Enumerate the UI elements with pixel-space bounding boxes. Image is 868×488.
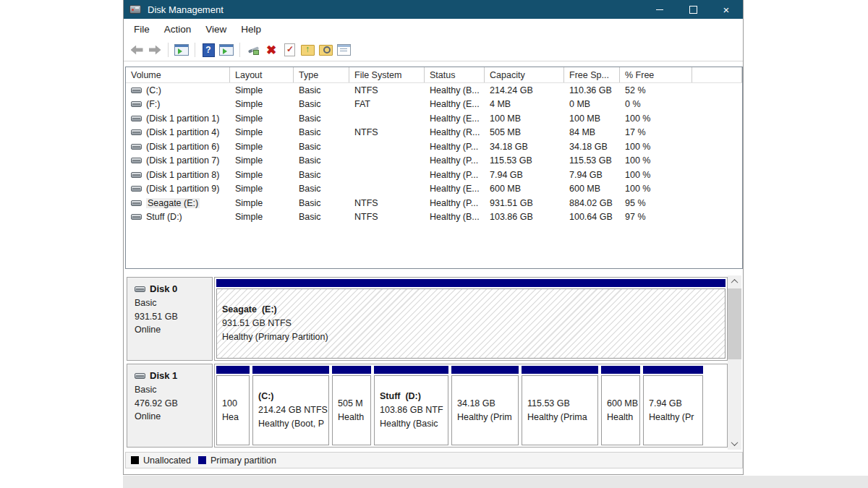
partition[interactable]: 7.94 GB Healthy (Pr — [643, 366, 703, 445]
volume-cell: Healthy (P... — [425, 170, 485, 180]
volume-cell: Healthy (P... — [425, 155, 485, 166]
forward-arrow[interactable] — [147, 42, 163, 58]
volume-cell: Basic — [294, 127, 349, 137]
volume-cell: Simple — [230, 198, 294, 208]
close-button[interactable]: × — [710, 0, 743, 19]
volume-cell: NTFS — [349, 85, 425, 95]
volume-row[interactable]: Stuff (D:)SimpleBasicNTFSHealthy (B...10… — [126, 210, 742, 225]
volume-cell: 52 % — [620, 85, 692, 95]
volume-row[interactable]: (C:)SimpleBasicNTFSHealthy (B...214.24 G… — [126, 83, 742, 98]
menu-view[interactable]: View — [198, 24, 234, 35]
volume-cell: 97 % — [620, 212, 692, 222]
scroll-down-button[interactable] — [728, 437, 741, 450]
menu-help[interactable]: Help — [234, 24, 268, 35]
disk-icon — [135, 373, 145, 379]
help-icon[interactable] — [200, 42, 216, 58]
partition-size: 34.18 GB — [457, 397, 518, 411]
volume-cell: Healthy (E... — [425, 184, 485, 194]
volume-cell: Basic — [294, 155, 349, 166]
disk-graph: Seagate (E:)931.51 GB NTFS Healthy (Prim… — [214, 277, 728, 361]
partition[interactable]: 100 Hea — [216, 366, 250, 445]
partition[interactable]: Stuff (D:)103.86 GB NTF Healthy (Basic — [374, 366, 448, 445]
volume-row[interactable]: (Disk 1 partition 8)SimpleBasicHealthy (… — [126, 168, 742, 182]
column-header-status[interactable]: Status — [425, 67, 485, 82]
action-pane-icon[interactable] — [218, 42, 234, 58]
column-header-capacity[interactable]: Capacity — [485, 67, 564, 82]
disk-info-panel[interactable]: Disk 1 Basic 476.92 GB Online — [127, 364, 213, 448]
column-header-volume[interactable]: Volume — [126, 67, 230, 82]
volume-icon — [131, 172, 142, 178]
properties-icon[interactable] — [245, 42, 261, 58]
titlebar[interactable]: Disk Management × — [124, 0, 743, 19]
partition-color-band — [374, 366, 448, 374]
volume-cell: Basic — [294, 114, 349, 124]
volume-name-cell: (Disk 1 partition 4) — [126, 127, 230, 137]
partition-color-band — [216, 366, 250, 374]
column-header--free[interactable]: % Free — [620, 67, 692, 82]
disk-size: 931.51 GB — [135, 310, 212, 324]
scroll-up-button[interactable] — [728, 275, 741, 288]
partition-status: Healthy (Primary Partition) — [222, 330, 725, 344]
volume-row[interactable]: (F:)SimpleBasicFATHealthy (E...4 MB0 MB0… — [126, 98, 742, 112]
volume-cell: Healthy (B... — [425, 212, 485, 222]
menu-action[interactable]: Action — [157, 24, 199, 35]
volume-cell: 103.86 GB — [485, 212, 564, 222]
column-header-file-system[interactable]: File System — [349, 67, 425, 82]
partition[interactable]: 600 MB Health — [601, 366, 640, 445]
volume-cell: Healthy (R... — [425, 127, 485, 137]
toolbar-separator — [239, 43, 240, 57]
minimize-button[interactable] — [643, 0, 676, 19]
partition[interactable]: 505 M Health — [332, 366, 371, 445]
volume-cell: 34.18 GB — [564, 142, 620, 152]
disk-title: Disk 0 — [135, 283, 212, 294]
toolbar-separator — [195, 43, 195, 57]
volume-row[interactable]: (Disk 1 partition 4)SimpleBasicNTFSHealt… — [126, 126, 742, 140]
scrollbar-thumb[interactable] — [728, 288, 741, 359]
delete-volume-icon[interactable] — [263, 42, 279, 58]
volume-cell: 100 % — [620, 170, 692, 180]
open-folder-icon[interactable] — [299, 42, 315, 58]
volume-cell: 7.94 GB — [564, 170, 620, 180]
mark-active-icon[interactable] — [281, 42, 297, 58]
column-header-type[interactable]: Type — [294, 67, 349, 82]
volume-cell: Simple — [230, 142, 294, 152]
partition[interactable]: Seagate (E:)931.51 GB NTFS Healthy (Prim… — [216, 279, 726, 359]
volume-cell: 4 MB — [485, 99, 564, 109]
partition[interactable]: (C:)214.24 GB NTFS Healthy (Boot, P — [252, 366, 329, 445]
volume-cell: Simple — [230, 114, 294, 124]
column-header-free-sp-[interactable]: Free Sp... — [564, 67, 620, 82]
volume-cell: Simple — [230, 212, 294, 222]
vertical-scrollbar[interactable] — [728, 275, 741, 450]
menu-file[interactable]: File — [127, 24, 157, 35]
toolbar — [124, 39, 743, 61]
volume-icon — [131, 116, 142, 121]
back-arrow[interactable] — [129, 42, 145, 58]
partition-size: 103.86 GB NTF — [380, 403, 448, 417]
window-controls: × — [643, 0, 743, 19]
volume-row[interactable]: Seagate (E:)SimpleBasicNTFSHealthy (P...… — [126, 196, 742, 210]
console-tree-icon[interactable] — [174, 42, 190, 58]
volume-row[interactable]: (Disk 1 partition 7)SimpleBasicHealthy (… — [126, 154, 742, 168]
volume-row[interactable]: (Disk 1 partition 1)SimpleBasicHealthy (… — [126, 111, 742, 126]
volume-cell: 931.51 GB — [485, 198, 564, 208]
partition[interactable]: 34.18 GB Healthy (Prim — [451, 366, 519, 445]
options-icon[interactable] — [336, 42, 352, 58]
volume-name-cell: Seagate (E:) — [126, 198, 230, 208]
column-header-layout[interactable]: Layout — [230, 67, 294, 82]
volume-cell: Simple — [230, 127, 294, 137]
partition[interactable]: 115.53 GB Healthy (Prima — [522, 366, 598, 445]
explore-folder-icon[interactable] — [318, 42, 333, 58]
volume-row[interactable]: (Disk 1 partition 6)SimpleBasicHealthy (… — [126, 140, 742, 154]
partition-status: Healthy (Prima — [527, 411, 597, 424]
volume-name-cell: Stuff (D:) — [126, 212, 230, 222]
maximize-button[interactable] — [676, 0, 710, 19]
volume-icon — [131, 144, 142, 150]
volume-cell: NTFS — [349, 127, 425, 137]
partition-color-band — [332, 366, 371, 374]
disk-info-panel[interactable]: Disk 0 Basic 931.51 GB Online — [127, 277, 213, 361]
legend-label: Primary partition — [210, 455, 276, 466]
volume-cell: 100 MB — [564, 114, 620, 124]
disk-icon — [135, 286, 145, 292]
volume-row[interactable]: (Disk 1 partition 9)SimpleBasicHealthy (… — [126, 182, 742, 197]
volume-cell: Simple — [230, 184, 294, 194]
